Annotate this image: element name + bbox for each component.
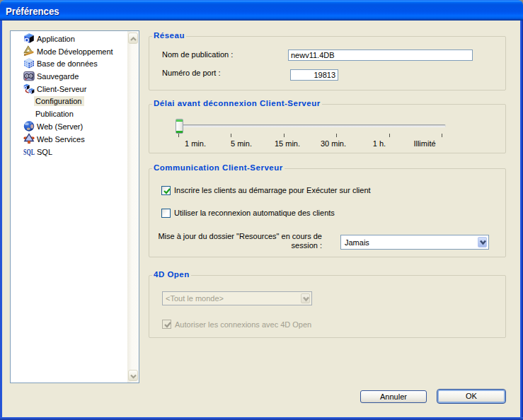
svg-text:SQL: SQL (23, 147, 35, 157)
